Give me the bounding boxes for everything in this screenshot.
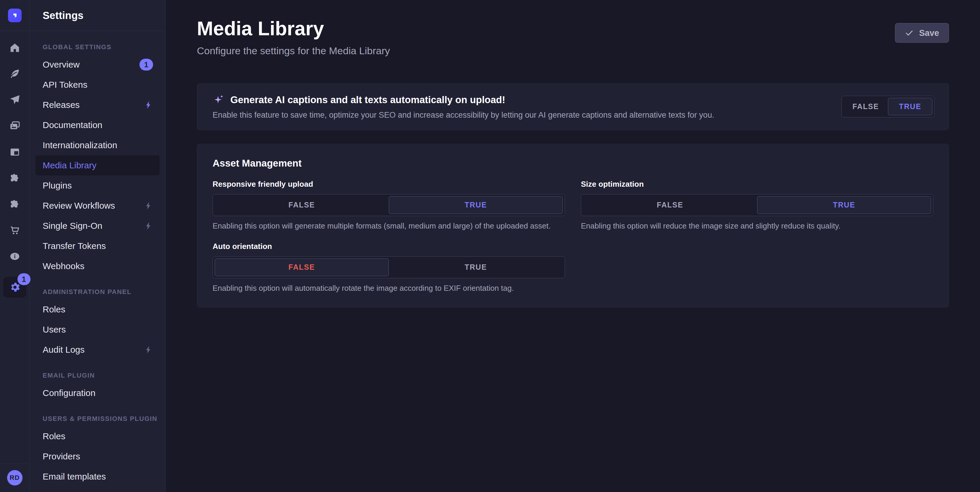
rail-icon-list: 1 <box>0 31 29 463</box>
sidebar-item-api-tokens[interactable]: API Tokens <box>35 75 159 95</box>
user-avatar[interactable]: RD <box>7 470 22 486</box>
responsive-upload-false[interactable]: FALSE <box>215 196 389 214</box>
auto-orientation-false[interactable]: FALSE <box>215 259 389 276</box>
sidebar-item-label: Roles <box>43 431 65 441</box>
page-header-text: Media Library Configure the settings for… <box>197 18 390 57</box>
section-label: USERS & PERMISSIONS PLUGIN <box>43 415 159 423</box>
sidebar-item-label: Users <box>43 324 66 335</box>
field-size-optimization: Size optimization FALSE TRUE Enabling th… <box>581 180 933 231</box>
sidebar-section-global-settings: GLOBAL SETTINGS Overview 1 API Tokens Re… <box>43 43 159 276</box>
sidebar-item-label: Email templates <box>43 471 106 482</box>
strapi-logo-mark <box>10 11 19 20</box>
sidebar-item-label: Internationalization <box>43 140 117 150</box>
rail-header <box>0 0 29 31</box>
ai-caption-banner: Generate AI captions and alt texts autom… <box>197 83 949 130</box>
sidebar-item-label: Webhooks <box>43 261 84 271</box>
ai-banner-title: Generate AI captions and alt texts autom… <box>230 94 505 105</box>
section-label: GLOBAL SETTINGS <box>43 43 159 51</box>
releases-plane-icon[interactable] <box>9 94 21 105</box>
plugins-puzzle-icon[interactable] <box>9 173 21 184</box>
nav-rail: 1 RD <box>0 0 30 492</box>
sidebar-item-up-roles[interactable]: Roles <box>35 426 159 446</box>
sidebar-item-label: Providers <box>43 451 80 462</box>
page-header: Media Library Configure the settings for… <box>197 0 949 57</box>
sidebar-item-label: Single Sign-On <box>43 221 102 231</box>
field-empty-cell <box>581 242 933 293</box>
sidebar-item-documentation[interactable]: Documentation <box>35 115 159 135</box>
ai-banner-description: Enable this feature to save time, optimi… <box>213 110 714 120</box>
content-type-builder-layout-icon[interactable] <box>9 146 21 158</box>
media-library-pictures-icon[interactable] <box>9 120 21 132</box>
page-title: Media Library <box>197 18 390 40</box>
size-optimization-toggle: FALSE TRUE <box>581 194 933 216</box>
asset-management-fields: Responsive friendly upload FALSE TRUE En… <box>213 180 933 293</box>
lightning-bolt-icon <box>144 345 153 354</box>
sidebar-item-label: Roles <box>43 304 65 315</box>
save-button-label: Save <box>919 28 939 38</box>
lightning-bolt-icon <box>144 221 153 230</box>
sidebar-item-releases[interactable]: Releases <box>35 95 159 115</box>
sidebar-item-users[interactable]: Users <box>35 319 159 340</box>
ai-caption-toggle: FALSE TRUE <box>842 96 934 117</box>
section-label: ADMINISTRATION PANEL <box>43 288 159 296</box>
save-button[interactable]: Save <box>895 23 949 43</box>
sidebar-item-label: API Tokens <box>43 80 88 90</box>
lightning-bolt-icon <box>144 101 153 109</box>
sidebar-item-transfer-tokens[interactable]: Transfer Tokens <box>35 236 159 256</box>
sidebar-item-label: Releases <box>43 100 80 110</box>
rail-footer: RD <box>0 463 29 492</box>
sidebar-item-providers[interactable]: Providers <box>35 446 159 466</box>
sidebar-item-label: Overview <box>43 59 80 70</box>
field-label: Size optimization <box>581 180 933 189</box>
sidebar-item-roles[interactable]: Roles <box>35 299 159 319</box>
responsive-upload-true[interactable]: TRUE <box>389 196 563 214</box>
settings-sidebar: Settings GLOBAL SETTINGS Overview 1 API … <box>30 0 166 492</box>
sidebar-item-email-templates[interactable]: Email templates <box>35 466 159 487</box>
ai-toggle-false[interactable]: FALSE <box>843 98 888 115</box>
sidebar-item-label: Configuration <box>43 388 95 398</box>
ai-banner-head: Generate AI captions and alt texts autom… <box>213 94 714 106</box>
field-label: Responsive friendly upload <box>213 180 565 189</box>
overview-badge: 1 <box>140 59 153 70</box>
settings-notification-badge: 1 <box>18 273 30 285</box>
size-optimization-true[interactable]: TRUE <box>757 196 931 214</box>
strapi-logo[interactable] <box>8 9 22 22</box>
sidebar-item-webhooks[interactable]: Webhooks <box>35 256 159 276</box>
lightning-bolt-icon <box>144 201 153 210</box>
asset-management-panel: Asset Management Responsive friendly upl… <box>197 144 949 307</box>
sidebar-item-internationalization[interactable]: Internationalization <box>35 135 159 155</box>
settings-gear-icon[interactable]: 1 <box>3 277 26 297</box>
sidebar-item-configuration[interactable]: Configuration <box>35 383 159 403</box>
sidebar-item-label: Review Workflows <box>43 201 115 211</box>
sidebar-item-label: Transfer Tokens <box>43 241 106 251</box>
sidebar-item-label: Documentation <box>43 120 102 130</box>
field-hint: Enabling this option will automatically … <box>213 284 565 293</box>
sidebar-item-audit-logs[interactable]: Audit Logs <box>35 340 159 360</box>
sidebar-item-review-workflows[interactable]: Review Workflows <box>35 196 159 216</box>
home-icon[interactable] <box>9 42 21 53</box>
auto-orientation-true[interactable]: TRUE <box>389 259 563 276</box>
field-hint: Enabling this option will generate multi… <box>213 221 565 231</box>
sidebar-item-label: Media Library <box>43 160 97 171</box>
field-hint: Enabling this option will reduce the ima… <box>581 221 933 231</box>
information-icon[interactable] <box>9 251 21 262</box>
purchase-cart-icon[interactable] <box>9 225 21 236</box>
page-subtitle: Configure the settings for the Media Lib… <box>197 45 390 57</box>
sidebar-item-single-sign-on[interactable]: Single Sign-On <box>35 216 159 236</box>
field-auto-orientation: Auto orientation FALSE TRUE Enabling thi… <box>213 242 565 293</box>
sidebar-section-administration-panel: ADMINISTRATION PANEL Roles Users Audit L… <box>43 288 159 360</box>
sidebar-nav: GLOBAL SETTINGS Overview 1 API Tokens Re… <box>30 31 165 492</box>
section-label: EMAIL PLUGIN <box>43 372 159 379</box>
ai-toggle-true[interactable]: TRUE <box>888 98 932 115</box>
sidebar-section-users-permissions-plugin: USERS & PERMISSIONS PLUGIN Roles Provide… <box>43 415 159 487</box>
content-manager-feather-icon[interactable] <box>9 68 21 80</box>
sidebar-item-media-library[interactable]: Media Library <box>35 155 159 176</box>
marketplace-puzzle-icon[interactable] <box>9 198 21 210</box>
size-optimization-false[interactable]: FALSE <box>583 196 757 214</box>
sidebar-item-label: Audit Logs <box>43 345 85 355</box>
sidebar-section-email-plugin: EMAIL PLUGIN Configuration <box>43 372 159 403</box>
sidebar-item-overview[interactable]: Overview 1 <box>35 54 159 75</box>
sidebar-item-label: Plugins <box>43 181 72 190</box>
ai-banner-text: Generate AI captions and alt texts autom… <box>213 94 714 120</box>
sidebar-item-plugins[interactable]: Plugins <box>35 176 159 196</box>
